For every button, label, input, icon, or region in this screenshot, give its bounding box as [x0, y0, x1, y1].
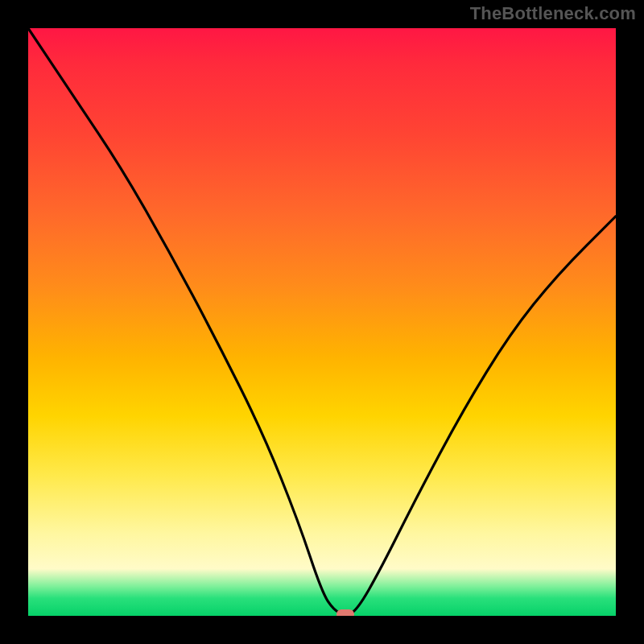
optimum-marker — [336, 609, 354, 616]
curve-path — [28, 28, 616, 614]
bottleneck-curve — [28, 28, 616, 616]
chart-frame: TheBottleneck.com — [0, 0, 644, 644]
plot-area — [28, 28, 616, 616]
watermark-text: TheBottleneck.com — [470, 3, 636, 24]
